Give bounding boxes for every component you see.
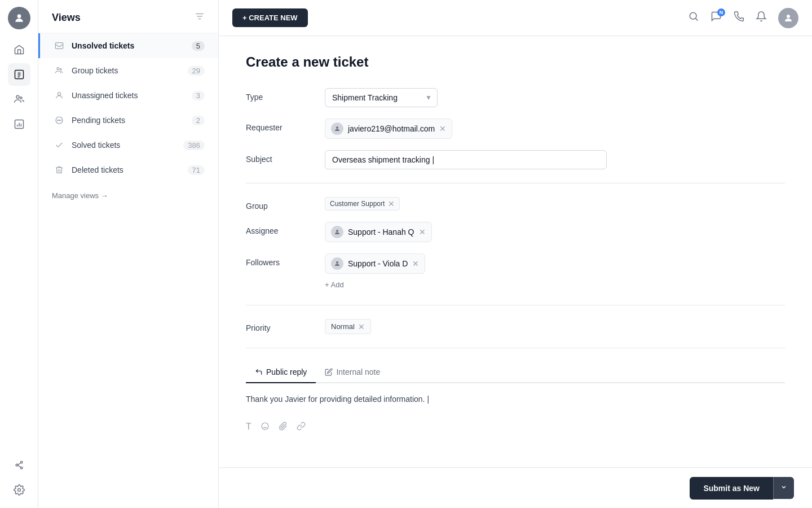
requester-control: javiero219@hotmail.com ✕ [325,119,785,139]
sidebar-count-deleted: 71 [188,165,205,175]
sidebar-item-deleted[interactable]: Deleted tickets 71 [38,157,218,182]
type-label: Type [246,88,325,102]
subject-input[interactable] [325,150,607,169]
link-icon[interactable] [297,422,306,433]
add-follower-button[interactable]: + Add [325,278,785,291]
tab-public-reply[interactable]: Public reply [246,362,316,383]
nav-settings[interactable] [8,479,30,501]
type-row: Type Shipment Tracking ▼ [246,88,785,107]
follower-avatar [331,257,343,270]
assignee-remove-button[interactable]: ✕ [419,228,426,236]
emoji-icon[interactable] [261,422,270,433]
reply-tabs: Public reply Internal note [246,362,785,383]
requester-label: Requester [246,119,325,132]
unassigned-icon [54,90,65,101]
sidebar-label-unassigned: Unassigned tickets [72,91,192,100]
manage-views-link[interactable]: Manage views → [38,182,218,209]
svg-point-17 [59,120,59,120]
priority-control: Normal ✕ [325,319,785,334]
nav-reports[interactable] [8,113,30,135]
assignee-tag[interactable]: Support - Hanah Q ✕ [325,222,432,242]
sidebar-item-unassigned[interactable]: Unassigned tickets 3 [38,83,218,108]
attachment-icon[interactable] [279,422,288,433]
reply-body[interactable]: Thank you Javier for providing detailed … [246,392,785,415]
divider-3 [246,348,785,348]
priority-remove-button[interactable]: ✕ [358,323,365,331]
svg-point-13 [57,68,59,70]
create-new-button[interactable]: + CREATE NEW [232,8,308,27]
nav-logo[interactable] [8,7,30,29]
messages-icon[interactable]: N [710,11,722,25]
svg-point-5 [16,464,17,466]
nav-tickets[interactable] [8,63,30,86]
sidebar-count-solved: 386 [183,141,205,150]
sidebar-item-group[interactable]: Group tickets 29 [38,58,218,83]
group-icon [54,65,65,76]
nav-bar [0,0,38,508]
subject-control [325,150,785,169]
type-select-wrapper: Shipment Tracking ▼ [325,88,438,107]
filter-icon[interactable] [195,11,205,24]
nav-home[interactable] [8,38,30,61]
group-remove-button[interactable]: ✕ [388,200,395,208]
svg-point-25 [262,423,268,430]
sidebar-count-unassigned: 3 [192,91,205,100]
follower-tag[interactable]: Support - Viola D ✕ [325,253,425,274]
followers-row: Followers Support - Viola D ✕ + Add [246,253,785,291]
svg-point-21 [787,15,790,18]
pending-icon [54,115,65,126]
svg-point-3 [20,97,21,99]
submit-new-button[interactable]: Submit as New [690,477,773,500]
svg-point-8 [17,489,20,492]
messages-badge: N [717,8,725,16]
assignee-avatar [331,226,343,238]
divider-1 [246,183,785,183]
search-icon[interactable] [688,11,699,25]
svg-point-2 [16,95,19,98]
follower-name: Support - Viola D [348,259,408,268]
type-select[interactable]: Shipment Tracking [325,88,438,107]
notifications-icon[interactable] [756,11,767,25]
svg-point-7 [20,467,22,468]
priority-tag[interactable]: Normal ✕ [325,319,371,334]
sidebar-item-unsolved[interactable]: Unsolved tickets 5 [38,33,218,58]
user-avatar[interactable] [778,8,798,28]
sidebar-label-unsolved: Unsolved tickets [72,41,192,50]
solved-icon [54,139,65,151]
requester-avatar [331,122,343,135]
group-control: Customer Support ✕ [325,197,785,211]
deleted-icon [54,164,65,176]
follower-remove-button[interactable]: ✕ [412,260,419,268]
sidebar-item-pending[interactable]: Pending tickets 2 [38,108,218,133]
requester-remove-button[interactable]: ✕ [439,125,446,133]
top-bar: + CREATE NEW N [219,0,812,36]
sidebar-count-pending: 2 [192,116,205,125]
svg-rect-12 [55,43,63,49]
sidebar-label-solved: Solved tickets [72,141,183,150]
sidebar-label-pending: Pending tickets [72,116,192,125]
sidebar-label-deleted: Deleted tickets [72,165,188,174]
inbox-icon [54,40,65,51]
phone-icon[interactable] [733,11,744,25]
nav-workflows[interactable] [8,454,30,476]
submit-dropdown-button[interactable] [773,477,794,499]
sidebar-item-solved[interactable]: Solved tickets 386 [38,133,218,157]
reply-toolbar: T [246,415,785,433]
svg-point-14 [60,69,61,71]
nav-contacts[interactable] [8,88,30,111]
requester-email: javiero219@hotmail.com [348,124,435,133]
type-control: Shipment Tracking ▼ [325,88,785,107]
reply-icon [255,368,263,376]
requester-row: Requester javiero219@hotmail.com ✕ [246,119,785,139]
svg-point-0 [17,14,21,18]
subject-label: Subject [246,150,325,164]
sidebar-count-group: 29 [188,66,205,76]
priority-label: Priority [246,319,325,332]
divider-2 [246,305,785,305]
svg-point-18 [58,120,58,120]
group-tag[interactable]: Customer Support ✕ [325,197,400,211]
requester-tag[interactable]: javiero219@hotmail.com ✕ [325,119,452,139]
svg-point-15 [58,93,60,95]
tab-internal-note[interactable]: Internal note [316,362,389,383]
text-format-icon[interactable]: T [246,422,251,433]
